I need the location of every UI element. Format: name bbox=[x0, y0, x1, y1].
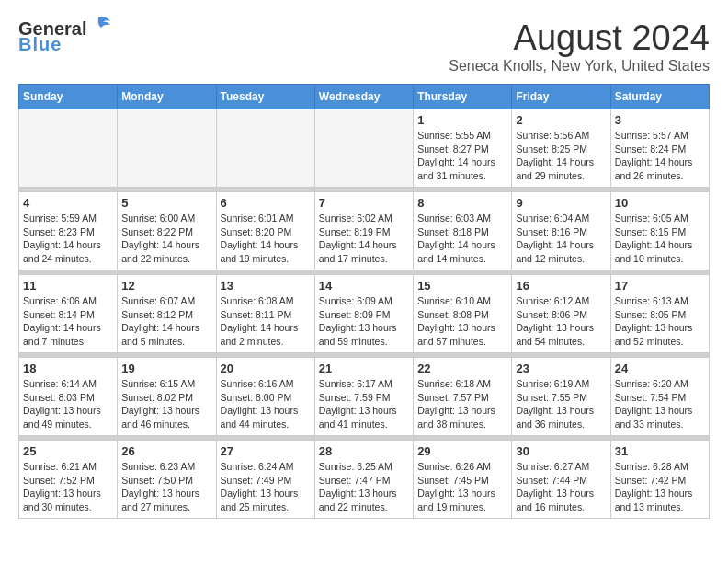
table-row: 26Sunrise: 6:23 AMSunset: 7:50 PMDayligh… bbox=[118, 441, 216, 519]
calendar-week-5: 25Sunrise: 6:21 AMSunset: 7:52 PMDayligh… bbox=[19, 441, 710, 519]
day-info: Sunrise: 6:04 AMSunset: 8:16 PMDaylight:… bbox=[516, 212, 606, 266]
table-row bbox=[19, 109, 118, 188]
col-wednesday: Wednesday bbox=[314, 85, 413, 109]
logo-blue-text: Blue bbox=[18, 34, 62, 55]
location: Seneca Knolls, New York, United States bbox=[449, 58, 710, 75]
table-row: 31Sunrise: 6:28 AMSunset: 7:42 PMDayligh… bbox=[610, 441, 709, 519]
day-info: Sunrise: 6:23 AMSunset: 7:50 PMDaylight:… bbox=[121, 460, 211, 514]
day-info: Sunrise: 6:27 AMSunset: 7:44 PMDaylight:… bbox=[516, 460, 606, 514]
day-info: Sunrise: 6:28 AMSunset: 7:42 PMDaylight:… bbox=[615, 460, 705, 514]
day-info: Sunrise: 6:05 AMSunset: 8:15 PMDaylight:… bbox=[615, 212, 705, 266]
table-row: 20Sunrise: 6:16 AMSunset: 8:00 PMDayligh… bbox=[216, 358, 314, 436]
day-number: 23 bbox=[516, 362, 606, 375]
day-info: Sunrise: 6:19 AMSunset: 7:55 PMDaylight:… bbox=[516, 377, 606, 431]
day-info: Sunrise: 6:06 AMSunset: 8:14 PMDaylight:… bbox=[23, 294, 113, 349]
day-info: Sunrise: 5:56 AMSunset: 8:25 PMDaylight:… bbox=[516, 129, 606, 183]
table-row: 16Sunrise: 6:12 AMSunset: 8:06 PMDayligh… bbox=[512, 275, 610, 353]
table-row: 12Sunrise: 6:07 AMSunset: 8:12 PMDayligh… bbox=[118, 275, 216, 353]
table-row: 3Sunrise: 5:57 AMSunset: 8:24 PMDaylight… bbox=[610, 109, 709, 188]
day-number: 30 bbox=[516, 444, 606, 458]
col-sunday: Sunday bbox=[19, 85, 118, 109]
day-info: Sunrise: 5:55 AMSunset: 8:27 PMDaylight:… bbox=[417, 129, 507, 183]
table-row: 24Sunrise: 6:20 AMSunset: 7:54 PMDayligh… bbox=[610, 358, 709, 436]
table-row: 25Sunrise: 6:21 AMSunset: 7:52 PMDayligh… bbox=[19, 441, 118, 519]
calendar-header-row: Sunday Monday Tuesday Wednesday Thursday… bbox=[19, 85, 710, 109]
logo-bird-icon bbox=[85, 16, 112, 36]
table-row: 18Sunrise: 6:14 AMSunset: 8:03 PMDayligh… bbox=[19, 358, 118, 436]
day-number: 27 bbox=[221, 444, 311, 458]
table-row: 1Sunrise: 5:55 AMSunset: 8:27 PMDaylight… bbox=[414, 109, 512, 188]
table-row: 19Sunrise: 6:15 AMSunset: 8:02 PMDayligh… bbox=[118, 358, 216, 436]
day-info: Sunrise: 6:08 AMSunset: 8:11 PMDaylight:… bbox=[221, 294, 311, 349]
table-row bbox=[314, 109, 413, 188]
day-info: Sunrise: 6:21 AMSunset: 7:52 PMDaylight:… bbox=[23, 460, 113, 514]
day-number: 12 bbox=[121, 279, 211, 293]
col-monday: Monday bbox=[118, 85, 216, 109]
table-row: 21Sunrise: 6:17 AMSunset: 7:59 PMDayligh… bbox=[314, 358, 413, 436]
day-info: Sunrise: 6:18 AMSunset: 7:57 PMDaylight:… bbox=[417, 377, 507, 431]
calendar-table: Sunday Monday Tuesday Wednesday Thursday… bbox=[18, 84, 710, 519]
day-number: 13 bbox=[221, 279, 311, 293]
table-row: 5Sunrise: 6:00 AMSunset: 8:22 PMDaylight… bbox=[118, 192, 216, 270]
table-row: 29Sunrise: 6:26 AMSunset: 7:45 PMDayligh… bbox=[414, 441, 512, 519]
page-header: General Blue August 2024 Seneca Knolls, … bbox=[18, 18, 710, 75]
day-number: 29 bbox=[417, 444, 507, 458]
day-number: 17 bbox=[615, 279, 705, 293]
day-number: 5 bbox=[121, 196, 211, 210]
day-number: 11 bbox=[23, 279, 113, 293]
day-number: 2 bbox=[516, 113, 606, 127]
col-friday: Friday bbox=[512, 85, 610, 109]
day-number: 18 bbox=[23, 362, 113, 375]
table-row: 27Sunrise: 6:24 AMSunset: 7:49 PMDayligh… bbox=[216, 441, 314, 519]
col-tuesday: Tuesday bbox=[216, 85, 314, 109]
table-row: 30Sunrise: 6:27 AMSunset: 7:44 PMDayligh… bbox=[512, 441, 610, 519]
calendar-week-3: 11Sunrise: 6:06 AMSunset: 8:14 PMDayligh… bbox=[19, 275, 710, 353]
table-row: 14Sunrise: 6:09 AMSunset: 8:09 PMDayligh… bbox=[314, 275, 413, 353]
day-number: 10 bbox=[615, 196, 705, 210]
table-row: 9Sunrise: 6:04 AMSunset: 8:16 PMDaylight… bbox=[512, 192, 610, 270]
day-info: Sunrise: 6:01 AMSunset: 8:20 PMDaylight:… bbox=[221, 212, 311, 266]
calendar-week-2: 4Sunrise: 5:59 AMSunset: 8:23 PMDaylight… bbox=[19, 192, 710, 270]
day-number: 6 bbox=[221, 196, 311, 210]
day-number: 4 bbox=[23, 196, 113, 210]
day-number: 22 bbox=[417, 362, 507, 375]
day-info: Sunrise: 6:13 AMSunset: 8:05 PMDaylight:… bbox=[615, 294, 705, 349]
day-number: 28 bbox=[319, 444, 409, 458]
day-info: Sunrise: 6:03 AMSunset: 8:18 PMDaylight:… bbox=[417, 212, 507, 266]
table-row bbox=[216, 109, 314, 188]
day-number: 31 bbox=[615, 444, 705, 458]
table-row: 2Sunrise: 5:56 AMSunset: 8:25 PMDaylight… bbox=[512, 109, 610, 188]
table-row: 28Sunrise: 6:25 AMSunset: 7:47 PMDayligh… bbox=[314, 441, 413, 519]
calendar-week-1: 1Sunrise: 5:55 AMSunset: 8:27 PMDaylight… bbox=[19, 109, 710, 188]
calendar-week-4: 18Sunrise: 6:14 AMSunset: 8:03 PMDayligh… bbox=[19, 358, 710, 436]
day-number: 21 bbox=[319, 362, 409, 375]
day-info: Sunrise: 6:00 AMSunset: 8:22 PMDaylight:… bbox=[121, 212, 211, 266]
day-info: Sunrise: 6:10 AMSunset: 8:08 PMDaylight:… bbox=[417, 294, 507, 349]
table-row bbox=[118, 109, 216, 188]
col-thursday: Thursday bbox=[414, 85, 512, 109]
day-info: Sunrise: 6:14 AMSunset: 8:03 PMDaylight:… bbox=[23, 377, 113, 431]
day-info: Sunrise: 6:02 AMSunset: 8:19 PMDaylight:… bbox=[319, 212, 409, 266]
day-number: 7 bbox=[319, 196, 409, 210]
title-section: August 2024 Seneca Knolls, New York, Uni… bbox=[449, 18, 710, 75]
day-info: Sunrise: 5:57 AMSunset: 8:24 PMDaylight:… bbox=[615, 129, 705, 183]
logo: General Blue bbox=[18, 18, 112, 55]
day-number: 14 bbox=[319, 279, 409, 293]
day-number: 20 bbox=[221, 362, 311, 375]
day-number: 3 bbox=[615, 113, 705, 127]
table-row: 22Sunrise: 6:18 AMSunset: 7:57 PMDayligh… bbox=[414, 358, 512, 436]
day-info: Sunrise: 6:20 AMSunset: 7:54 PMDaylight:… bbox=[615, 377, 705, 431]
table-row: 13Sunrise: 6:08 AMSunset: 8:11 PMDayligh… bbox=[216, 275, 314, 353]
day-info: Sunrise: 6:17 AMSunset: 7:59 PMDaylight:… bbox=[319, 377, 409, 431]
day-info: Sunrise: 6:16 AMSunset: 8:00 PMDaylight:… bbox=[221, 377, 311, 431]
table-row: 17Sunrise: 6:13 AMSunset: 8:05 PMDayligh… bbox=[610, 275, 709, 353]
day-info: Sunrise: 6:24 AMSunset: 7:49 PMDaylight:… bbox=[221, 460, 311, 514]
day-number: 19 bbox=[121, 362, 211, 375]
table-row: 23Sunrise: 6:19 AMSunset: 7:55 PMDayligh… bbox=[512, 358, 610, 436]
day-info: Sunrise: 6:07 AMSunset: 8:12 PMDaylight:… bbox=[121, 294, 211, 349]
day-info: Sunrise: 6:09 AMSunset: 8:09 PMDaylight:… bbox=[319, 294, 409, 349]
table-row: 7Sunrise: 6:02 AMSunset: 8:19 PMDaylight… bbox=[314, 192, 413, 270]
day-info: Sunrise: 5:59 AMSunset: 8:23 PMDaylight:… bbox=[23, 212, 113, 266]
table-row: 11Sunrise: 6:06 AMSunset: 8:14 PMDayligh… bbox=[19, 275, 118, 353]
table-row: 4Sunrise: 5:59 AMSunset: 8:23 PMDaylight… bbox=[19, 192, 118, 270]
